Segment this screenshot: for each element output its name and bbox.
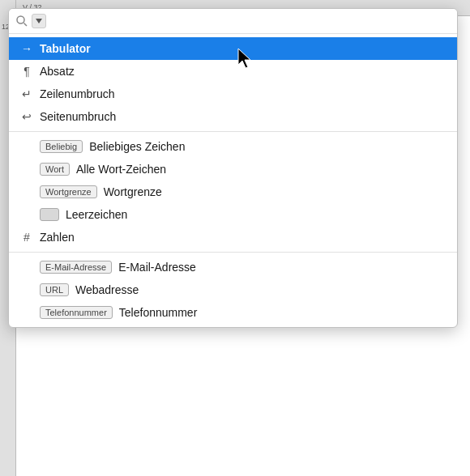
menu-item-leerzeichen[interactable]: Leerzeichen — [9, 203, 457, 226]
svg-line-1 — [24, 23, 28, 27]
search-icon — [15, 15, 28, 28]
menu-item-wort-zeichen[interactable]: Wort Alle Wort-Zeichen — [9, 158, 457, 181]
leerzeichen-label: Leerzeichen — [66, 208, 127, 221]
menu-item-seitenumbruch[interactable]: ↩ Seitenumbruch — [9, 105, 457, 128]
webadresse-label: Webadresse — [75, 283, 139, 296]
svg-point-0 — [17, 16, 24, 23]
wort-zeichen-label: Alle Wort-Zeichen — [76, 163, 166, 176]
wortgrenze-label: Wortgrenze — [104, 185, 162, 198]
wort-badge: Wort — [40, 163, 70, 176]
seitenumbruch-label: Seitenumbruch — [40, 110, 116, 123]
separator-2 — [9, 252, 457, 253]
separator-1 — [9, 131, 457, 132]
menu-item-beliebiges-zeichen[interactable]: Beliebig Beliebiges Zeichen — [9, 135, 457, 158]
zeilenumbruch-label: Zeilenumbruch — [40, 87, 115, 100]
menu-item-zahlen[interactable]: # Zahlen — [9, 226, 457, 249]
absatz-label: Absatz — [40, 65, 75, 78]
menu-item-zeilenumbruch[interactable]: ↵ Zeilenumbruch — [9, 83, 457, 105]
wortgrenze-badge: Wortgrenze — [40, 185, 97, 198]
zeilenumbruch-icon: ↵ — [17, 87, 36, 100]
search-input[interactable] — [51, 15, 451, 28]
menu-item-telefonnummer[interactable]: Telefonnummer Telefonnummer — [9, 301, 457, 324]
url-badge: URL — [40, 283, 69, 296]
dropdown-toggle-button[interactable] — [32, 14, 46, 28]
email-label: E-Mail-Adresse — [118, 261, 196, 274]
beliebig-badge: Beliebig — [40, 140, 83, 153]
telefonnummer-badge: Telefonnummer — [40, 306, 113, 319]
tabulator-icon: → — [17, 42, 36, 55]
leerzeichen-badge — [40, 208, 59, 221]
menu-list: → Tabulator ¶ Absatz ↵ Zeilenumbruch ↩ S… — [9, 34, 457, 327]
menu-item-webadresse[interactable]: URL Webadresse — [9, 278, 457, 301]
email-badge: E-Mail-Adresse — [40, 261, 112, 274]
search-bar — [9, 9, 457, 34]
search-icon-wrap — [15, 15, 28, 28]
seitenumbruch-icon: ↩ — [17, 110, 36, 123]
zahlen-icon: # — [17, 231, 36, 244]
absatz-icon: ¶ — [17, 65, 36, 78]
tabulator-label: Tabulator — [40, 42, 91, 55]
zahlen-label: Zahlen — [40, 231, 75, 244]
menu-item-absatz[interactable]: ¶ Absatz — [9, 60, 457, 83]
menu-item-tabulator[interactable]: → Tabulator — [9, 37, 457, 60]
menu-item-email[interactable]: E-Mail-Adresse E-Mail-Adresse — [9, 256, 457, 278]
dropdown-container: → Tabulator ¶ Absatz ↵ Zeilenumbruch ↩ S… — [8, 8, 458, 328]
telefonnummer-label: Telefonnummer — [119, 306, 198, 319]
beliebiges-zeichen-label: Beliebiges Zeichen — [89, 140, 185, 153]
menu-item-wortgrenze[interactable]: Wortgrenze Wortgrenze — [9, 181, 457, 203]
